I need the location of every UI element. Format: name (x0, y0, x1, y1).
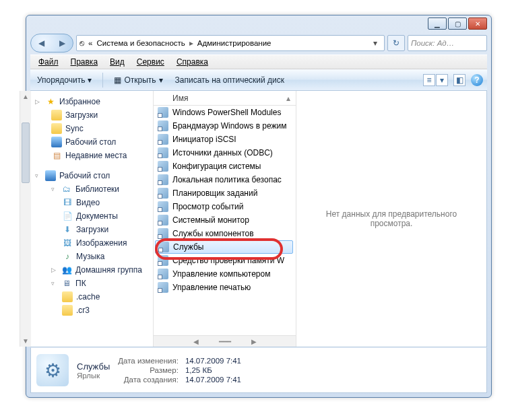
shortcut-icon (158, 134, 168, 145)
list-item[interactable]: Системный монитор (154, 213, 296, 227)
details-pane: ⚙ Службы Ярлык Дата изменения: 14.07.200… (30, 347, 487, 393)
list-item[interactable]: Локальная политика безопас (154, 173, 296, 186)
refresh-button[interactable]: ↻ (387, 35, 405, 51)
menu-tools[interactable]: Сервис (131, 56, 170, 68)
open-button[interactable]: ▦ Открыть▾ (111, 74, 165, 86)
preview-pane: Нет данных для предварительного просмотр… (296, 91, 486, 347)
forward-icon: ▶ (59, 38, 65, 48)
maximize-button[interactable]: ▢ (448, 18, 467, 30)
favorites-item[interactable]: Sync (32, 122, 152, 135)
recent-icon: ▤ (51, 150, 62, 161)
list-item[interactable]: Управление компьютером (154, 267, 296, 281)
details-label-modified: Дата изменения: (118, 357, 179, 365)
list-item[interactable]: Средство проверки памяти W (154, 254, 296, 267)
column-header-name[interactable]: Имя ▴ (154, 91, 296, 106)
libraries-root[interactable]: ▿ 🗂 Библиотеки (32, 182, 152, 196)
search-placeholder: Поиск: Ад… (411, 39, 454, 47)
expand-icon[interactable]: ▷ (51, 267, 58, 273)
nav-bar: ◀ ▶ ⎋ « Система и безопасность ▸ Админис… (30, 32, 487, 55)
list-item[interactable]: Брандмауэр Windows в режим (154, 119, 296, 133)
collapse-icon[interactable]: ▿ (51, 280, 58, 287)
menu-file[interactable]: Файл (33, 56, 64, 68)
close-button[interactable]: ✕ (468, 18, 487, 30)
list-item[interactable]: Службы компонентов (154, 227, 296, 240)
pc-item[interactable]: .cr3 (32, 304, 152, 317)
folder-icon (51, 123, 62, 134)
list-item[interactable]: Службы (155, 240, 293, 254)
search-input[interactable]: Поиск: Ад… (408, 35, 487, 51)
list-item[interactable]: Просмотр событий (154, 200, 296, 213)
expand-icon[interactable]: ▷ (35, 98, 42, 105)
star-icon: ★ (45, 96, 56, 107)
pc-root[interactable]: ▿ 🖥 ПК (32, 277, 152, 290)
list-item-label: Управление печатью (172, 283, 251, 292)
shortcut-icon (158, 269, 168, 279)
sort-asc-icon: ▴ (286, 94, 290, 103)
shortcut-icon (158, 174, 168, 185)
pc-item[interactable]: .cache (32, 290, 152, 304)
breadcrumb-item[interactable]: Система и безопасность (96, 39, 185, 47)
chevron-down-icon: ▾ (88, 75, 92, 85)
homegroup-icon: 👥 (61, 265, 72, 275)
preview-pane-toggle[interactable]: ◧ (453, 74, 466, 86)
organize-button[interactable]: Упорядочить▾ (34, 74, 94, 86)
list-item[interactable]: Планировщик заданий (154, 186, 296, 200)
list-item[interactable]: Инициатор iSCSI (154, 133, 296, 146)
shortcut-icon (158, 228, 168, 239)
list-item-label: Просмотр событий (172, 202, 243, 211)
separator (102, 73, 103, 88)
list-item[interactable]: Windows PowerShell Modules (154, 106, 296, 119)
details-label-created: Дата создания: (118, 376, 179, 384)
details-value-size: 1,25 КБ (185, 366, 241, 374)
library-item[interactable]: 📄Документы (32, 209, 152, 223)
favorites-item[interactable]: ▤Недавние места (32, 149, 152, 162)
view-mode-buttons[interactable]: ≡ ▾ (423, 74, 448, 86)
view-list-icon[interactable]: ≡ (423, 74, 435, 86)
horizontal-scrollbar[interactable]: ◀━━━▶ (154, 335, 296, 347)
shortcut-icon (158, 161, 168, 172)
menu-help[interactable]: Справка (171, 56, 214, 68)
minimize-button[interactable]: ▁ (428, 18, 447, 30)
breadcrumb-dropdown-icon[interactable]: ▾ (369, 38, 381, 48)
address-bar[interactable]: ⎋ « Система и безопасность ▸ Администрир… (76, 35, 385, 51)
details-name: Службы (77, 361, 110, 372)
homegroup-item[interactable]: ▷👥Домашняя группа (32, 263, 152, 277)
help-button[interactable]: ? (471, 74, 483, 86)
favorites-root[interactable]: ▷ ★ Избранное (32, 95, 152, 108)
list-item-label: Управление компьютером (172, 269, 270, 279)
navpane-scrollbar[interactable]: ▲ ▼ (20, 91, 31, 347)
library-item[interactable]: ♪Музыка (32, 250, 152, 263)
details-label-size: Размер: (118, 366, 179, 374)
folder-icon (51, 110, 62, 120)
list-item[interactable]: Конфигурация системы (154, 160, 296, 173)
folder-icon (62, 305, 73, 316)
chevron-down-icon: ▾ (159, 75, 163, 85)
file-list: Имя ▴ Windows PowerShell ModulesБрандмау… (154, 91, 296, 347)
library-item[interactable]: 🖼Изображения (32, 236, 152, 250)
menu-edit[interactable]: Правка (65, 56, 104, 68)
library-item[interactable]: ⬇Загрузки (32, 223, 152, 236)
shortcut-icon (158, 201, 168, 212)
list-item-label: Windows PowerShell Modules (172, 108, 281, 117)
breadcrumb-item[interactable]: Администрирование (197, 39, 271, 47)
list-item-label: Брандмауэр Windows в режим (172, 121, 287, 131)
library-item[interactable]: 🎞Видео (32, 196, 152, 209)
back-icon: ◀ (38, 38, 44, 48)
burn-button[interactable]: Записать на оптический диск (172, 74, 288, 86)
details-type: Ярлык (77, 372, 110, 380)
view-dropdown-icon[interactable]: ▾ (436, 74, 448, 86)
collapse-icon[interactable]: ▿ (51, 186, 58, 193)
list-pane: Имя ▴ Windows PowerShell ModulesБрандмау… (154, 91, 486, 347)
shortcut-icon (158, 120, 168, 131)
navigation-pane: ▷ ★ Избранное Загрузки Sync Рабочий стол… (31, 91, 154, 347)
menu-view[interactable]: Вид (104, 56, 130, 68)
favorites-item[interactable]: Загрузки (32, 108, 152, 122)
list-item[interactable]: Управление печатью (154, 281, 296, 294)
desktop-root[interactable]: ▿ Рабочий стол (32, 169, 152, 182)
shortcut-icon (158, 147, 168, 158)
pictures-icon: 🖼 (62, 238, 73, 248)
favorites-item[interactable]: Рабочий стол (32, 135, 152, 149)
collapse-icon[interactable]: ▿ (35, 172, 42, 179)
back-forward-buttons[interactable]: ◀ ▶ (30, 34, 73, 53)
list-item[interactable]: Источники данных (ODBC) (154, 146, 296, 160)
